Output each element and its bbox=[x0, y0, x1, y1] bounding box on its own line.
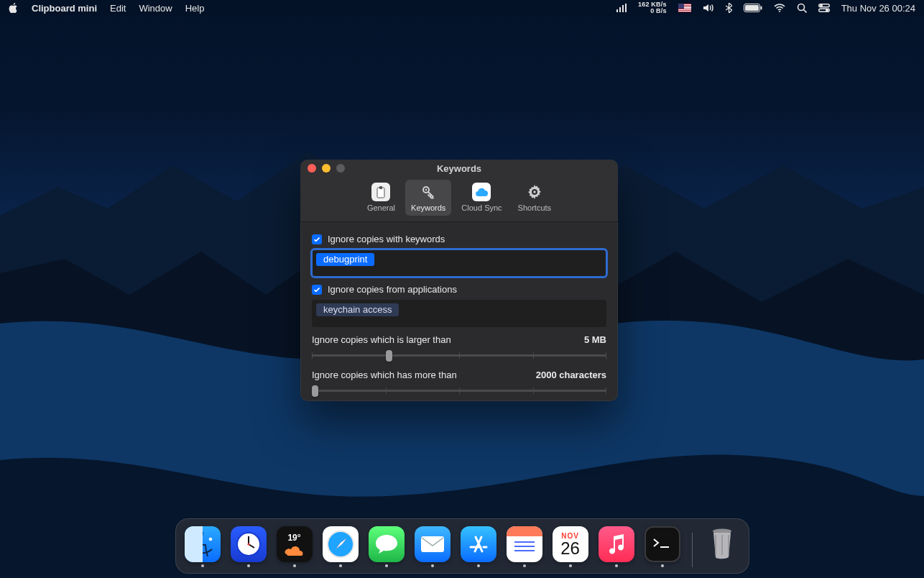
input-source-flag-icon[interactable] bbox=[678, 4, 691, 12]
network-speed: 162 KB/s 0 B/s bbox=[638, 1, 667, 14]
calendar-icon: NOV 26 bbox=[553, 526, 588, 562]
menu-edit[interactable]: Edit bbox=[110, 3, 126, 14]
cloud-icon bbox=[472, 183, 491, 201]
svg-rect-5 bbox=[745, 5, 759, 11]
preferences-window: Keywords General Keywords Cloud Sync bbox=[300, 160, 618, 401]
menu-bar: Clipboard mini Edit Window Help 162 KB/s… bbox=[0, 0, 924, 16]
menu-help[interactable]: Help bbox=[185, 3, 205, 14]
messages-icon bbox=[369, 526, 405, 562]
svg-point-7 bbox=[779, 11, 780, 12]
size-limit-value: 5 MB bbox=[584, 334, 606, 345]
music-icon bbox=[599, 526, 634, 562]
key-icon bbox=[419, 183, 438, 201]
svg-point-12 bbox=[826, 9, 828, 12]
dock-app-appstore[interactable] bbox=[461, 526, 496, 567]
check-icon bbox=[313, 236, 320, 243]
char-limit-label: Ignore copies which has more than bbox=[312, 370, 457, 380]
tab-cloud-sync[interactable]: Cloud Sync bbox=[456, 180, 507, 216]
general-icon bbox=[371, 183, 390, 201]
svg-point-10 bbox=[820, 4, 822, 6]
weather-icon: 19° bbox=[277, 526, 313, 562]
dock-app-clock[interactable] bbox=[231, 526, 267, 567]
tab-label: General bbox=[367, 203, 395, 212]
size-limit-label: Ignore copies which is larger than bbox=[312, 334, 451, 345]
safari-icon bbox=[323, 526, 359, 562]
application-token[interactable]: keychain access bbox=[316, 303, 399, 316]
applications-token-field[interactable]: keychain access bbox=[312, 300, 606, 327]
svg-rect-0 bbox=[616, 9, 618, 12]
check-icon bbox=[313, 286, 320, 293]
window-minimize-button[interactable] bbox=[322, 164, 331, 173]
preferences-content: Ignore copies with keywords debugprint I… bbox=[300, 222, 618, 401]
dock-app-safari[interactable] bbox=[323, 526, 359, 567]
svg-point-8 bbox=[798, 4, 804, 11]
svg-point-16 bbox=[425, 189, 428, 191]
keyword-token[interactable]: debugprint bbox=[316, 253, 374, 266]
clock-icon bbox=[231, 526, 267, 562]
dock-app-messages[interactable] bbox=[369, 526, 405, 567]
dock-app-notes[interactable] bbox=[507, 526, 542, 567]
network-activity-icon[interactable] bbox=[616, 4, 627, 12]
ignore-keywords-checkbox[interactable] bbox=[312, 234, 322, 244]
tab-label: Shortcuts bbox=[518, 203, 551, 212]
control-center-icon[interactable] bbox=[818, 4, 830, 12]
svg-point-21 bbox=[247, 543, 249, 545]
menu-window[interactable]: Window bbox=[139, 3, 172, 14]
size-limit-slider[interactable] bbox=[312, 348, 606, 362]
window-titlebar[interactable]: Keywords bbox=[300, 160, 618, 177]
svg-rect-3 bbox=[625, 4, 627, 12]
desktop: Clipboard mini Edit Window Help 162 KB/s… bbox=[0, 0, 924, 578]
window-title: Keywords bbox=[437, 163, 481, 174]
ignore-apps-checkbox[interactable] bbox=[312, 285, 322, 295]
app-menu[interactable]: Clipboard mini bbox=[32, 3, 97, 14]
tab-shortcuts[interactable]: Shortcuts bbox=[512, 180, 557, 216]
appstore-icon bbox=[461, 526, 496, 562]
svg-rect-1 bbox=[619, 7, 621, 12]
dock-app-calendar[interactable]: NOV 26 bbox=[553, 526, 588, 567]
volume-icon[interactable] bbox=[703, 4, 714, 12]
notes-icon bbox=[507, 526, 542, 562]
apple-menu-icon[interactable] bbox=[9, 3, 19, 13]
gear-icon bbox=[525, 183, 544, 201]
dock-trash[interactable] bbox=[704, 525, 740, 567]
battery-icon[interactable] bbox=[744, 4, 762, 12]
char-limit-slider[interactable] bbox=[312, 383, 606, 398]
spotlight-icon[interactable] bbox=[797, 3, 807, 13]
dock-app-mail[interactable] bbox=[415, 526, 451, 567]
tab-general[interactable]: General bbox=[361, 180, 401, 216]
dock: 19° bbox=[0, 518, 924, 574]
tab-keywords[interactable]: Keywords bbox=[405, 180, 451, 216]
keywords-token-field[interactable]: debugprint bbox=[312, 249, 606, 277]
finder-icon bbox=[185, 526, 221, 562]
mail-icon bbox=[415, 526, 451, 562]
bluetooth-icon[interactable] bbox=[726, 3, 732, 13]
svg-rect-24 bbox=[421, 536, 444, 552]
svg-rect-13 bbox=[377, 188, 384, 198]
window-close-button[interactable] bbox=[308, 164, 316, 173]
svg-rect-2 bbox=[622, 5, 624, 12]
window-zoom-button bbox=[336, 164, 345, 173]
terminal-icon bbox=[645, 526, 680, 562]
menu-clock[interactable]: Thu Nov 26 00:24 bbox=[841, 3, 915, 14]
dock-separator bbox=[692, 533, 693, 567]
dock-app-finder[interactable] bbox=[185, 526, 221, 567]
dock-app-music[interactable] bbox=[599, 526, 634, 567]
svg-rect-6 bbox=[760, 6, 762, 10]
tab-label: Keywords bbox=[411, 203, 445, 212]
svg-rect-14 bbox=[379, 186, 382, 189]
ignore-apps-label: Ignore copies from applications bbox=[328, 284, 457, 295]
preferences-toolbar: General Keywords Cloud Sync Shortcuts bbox=[300, 177, 618, 222]
char-limit-value: 2000 characters bbox=[536, 370, 606, 380]
dock-app-terminal[interactable] bbox=[645, 526, 680, 567]
tab-label: Cloud Sync bbox=[461, 203, 502, 212]
trash-icon bbox=[706, 525, 738, 562]
dock-app-weather[interactable]: 19° bbox=[277, 526, 313, 567]
ignore-keywords-label: Ignore copies with keywords bbox=[328, 234, 445, 244]
svg-point-17 bbox=[193, 538, 196, 541]
wifi-icon[interactable] bbox=[774, 4, 785, 12]
svg-point-18 bbox=[208, 538, 212, 541]
